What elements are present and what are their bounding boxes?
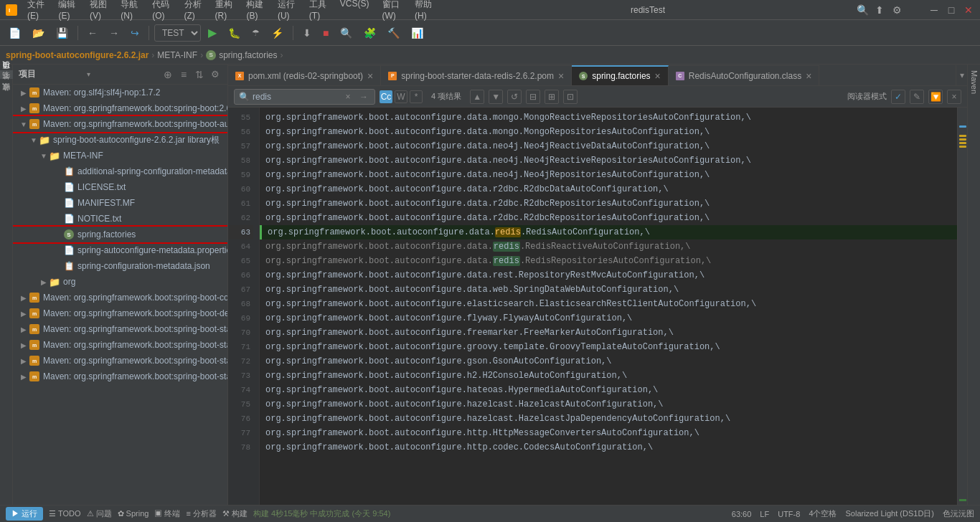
menu-code[interactable]: 代码(O) [146, 0, 176, 22]
search-input[interactable] [253, 92, 339, 102]
status-encoding[interactable]: UTF-8 [778, 510, 800, 518]
status-analysis-btn[interactable]: ≡ 分析器 [186, 508, 216, 519]
close-btn[interactable]: ✕ [963, 4, 974, 16]
menu-refactor[interactable]: 重构(R) [209, 0, 240, 22]
expand-config-processor[interactable]: ▶ [19, 293, 29, 303]
menu-run[interactable]: 运行(U) [272, 0, 302, 22]
run-btn[interactable]: ▶ [204, 24, 221, 42]
whole-word-btn[interactable]: W [395, 90, 407, 103]
sidebar-tab-favorites[interactable]: 收藏 [0, 93, 13, 102]
plugins-btn[interactable]: 🧩 [359, 24, 380, 42]
tree-item-springboot[interactable]: ▶ m Maven: org.springframework.boot:spri… [13, 100, 227, 116]
panel-dropdown-arrow[interactable]: ▾ [87, 70, 90, 78]
status-run-btn[interactable]: ▶ 运行 [6, 507, 43, 521]
search-toolbar-btn[interactable]: 🔍 [857, 4, 868, 16]
maximize-btn[interactable]: □ [946, 4, 957, 16]
search-filter-btn[interactable]: ⊟ [526, 90, 540, 104]
menu-help[interactable]: 帮助(H) [409, 0, 439, 22]
tree-item-starter-json[interactable]: ▶ m Maven: org.springframework.boot:spri… [13, 353, 227, 369]
new-file-btn[interactable]: 📄 [4, 24, 25, 42]
tree-item-meta-inf[interactable]: ▼ 📁 META-INF [13, 148, 227, 163]
menu-view[interactable]: 视图(V) [84, 0, 113, 22]
tab-redis-class[interactable]: C RedisAutoConfiguration.class × [669, 65, 820, 85]
status-theme[interactable]: Solarized Light (DS1D日) [846, 508, 935, 519]
menu-navigate[interactable]: 导航(N) [115, 0, 145, 22]
tree-item-notice[interactable]: ▶ 📄 NOTICE.txt [13, 211, 227, 227]
tree-item-autoconfigure[interactable]: ▼ m Maven: org.springframework.boot:spri… [13, 116, 227, 132]
tree-item-spring-autoconfigure-meta[interactable]: ▶ 📄 spring-autoconfigure-metadata.proper… [13, 242, 227, 258]
stop-btn[interactable]: ■ [319, 24, 333, 42]
breadcrumb-jar[interactable]: spring-boot-autoconfigure-2.6.2.jar [6, 50, 149, 60]
undo-btn[interactable]: ↪ [126, 24, 143, 42]
sdk-btn[interactable]: 📊 [407, 24, 428, 42]
expand-autoconfigure[interactable]: ▼ [19, 119, 29, 129]
expand-slf4j[interactable]: ▶ [19, 87, 29, 98]
save-all-btn[interactable]: 💾 [52, 24, 72, 42]
panel-sort-btn[interactable]: ⇅ [193, 68, 206, 81]
tree-item-additional-spring[interactable]: ▶ 📋 additional-spring-configuration-meta… [13, 163, 227, 179]
status-todo-btn[interactable]: ☰ TODO [49, 509, 80, 518]
expand-starter-logging[interactable]: ▶ [19, 371, 29, 381]
tree-item-autoconfigure-lib[interactable]: ▼ 📁 spring-boot-autoconfigure-2.6.2.jar … [13, 132, 227, 148]
tree-item-starter[interactable]: ▶ m Maven: org.springframework.boot:spri… [13, 321, 227, 337]
tab-factories[interactable]: S spring.factories × [572, 65, 669, 85]
sidebar-tab-bookmarks[interactable]: 书签 [0, 82, 13, 90]
tab-close-pom[interactable]: × [367, 71, 373, 81]
profile-btn[interactable]: ⚡ [267, 24, 288, 42]
search-filter2-btn[interactable]: 🔽 [928, 90, 943, 104]
breadcrumb-meta-inf[interactable]: META-INF [157, 50, 197, 60]
update-btn[interactable]: ⬆ [874, 4, 885, 16]
tree-item-slf4j[interactable]: ▶ m Maven: org.slf4j:slf4j-nop:1.7.2 [13, 85, 227, 100]
tab-close-redis-class[interactable]: × [806, 71, 811, 81]
vcs-update-btn[interactable]: ⬇ [298, 24, 316, 42]
search-accept-btn[interactable]: ✓ [891, 90, 905, 104]
status-problems-btn[interactable]: ⚠ 问题 [87, 508, 112, 519]
expand-meta-inf[interactable]: ▼ [39, 151, 49, 161]
tree-item-spring-config-meta[interactable]: ▶ 📋 spring-configuration-metadata.json [13, 258, 227, 274]
case-sensitive-btn[interactable]: Cc [380, 90, 392, 103]
panel-locate-btn[interactable]: ⊕ [161, 68, 174, 81]
expand-devtools[interactable]: ▶ [19, 308, 29, 318]
search-prev-match-btn[interactable]: → [357, 90, 370, 103]
menu-tools[interactable]: 工具(T) [303, 0, 333, 22]
regex-btn[interactable]: * [410, 90, 423, 103]
back-btn[interactable]: ← [83, 24, 102, 42]
tree-item-starter-logging[interactable]: ▶ m Maven: org.springframework.boot:spri… [13, 369, 227, 384]
build-project-btn[interactable]: 🔨 [383, 24, 404, 42]
search-wrap-btn[interactable]: ↺ [507, 90, 522, 104]
settings-btn[interactable]: ⚙ [891, 4, 903, 16]
tree-item-starter-data-redis[interactable]: ▶ m Maven: org.springframework.boot:spri… [13, 337, 227, 353]
expand-autoconfigure-lib[interactable]: ▼ [29, 135, 39, 145]
status-terminal-btn[interactable]: ▣ 终端 [154, 508, 180, 519]
maven-label[interactable]: Maven [969, 65, 980, 100]
tab-close-factories[interactable]: × [655, 71, 661, 81]
status-spring-btn[interactable]: ✿ Spring [118, 509, 149, 518]
status-indent[interactable]: 4个空格 [809, 508, 837, 519]
tree-item-spring-factories[interactable]: ▶ S spring.factories [13, 227, 227, 242]
tree-item-license[interactable]: ▶ 📄 LICENSE.txt [13, 179, 227, 195]
tree-item-devtools[interactable]: ▶ m Maven: org.springframework.boot:spri… [13, 305, 227, 321]
search-everywhere-btn[interactable]: 🔍 [336, 24, 357, 42]
search-options2-btn[interactable]: ⊞ [545, 90, 559, 104]
panel-collapse-btn[interactable]: ≡ [177, 68, 190, 81]
search-next-btn[interactable]: ▼ [489, 90, 503, 104]
debug-btn[interactable]: 🐛 [224, 24, 245, 42]
run-config-select[interactable]: TEST [154, 24, 201, 42]
tab-pom[interactable]: X pom.xml (redis-02-springboot) × [228, 65, 381, 85]
sidebar-tab-project[interactable]: 项目 [0, 70, 13, 79]
expand-springboot[interactable]: ▶ [19, 103, 29, 113]
search-prev-btn[interactable]: ▲ [470, 90, 484, 104]
menu-file[interactable]: 文件(E) [22, 0, 51, 22]
expand-org[interactable]: ▶ [39, 277, 49, 287]
reader-mode-btn[interactable]: 阅读器模式 [847, 91, 887, 102]
tab-close-starter-data[interactable]: × [558, 71, 564, 81]
status-cursor-pos[interactable]: 63:60 [732, 510, 752, 518]
tree-item-config-processor[interactable]: ▶ m Maven: org.springframework.boot:spri… [13, 290, 227, 305]
tab-overflow-btn[interactable]: ▾ [956, 65, 967, 85]
coverage-btn[interactable]: ☂ [248, 24, 264, 42]
breadcrumb-factories[interactable]: spring.factories [219, 50, 277, 60]
tab-starter-data[interactable]: P spring-boot-starter-data-redis-2.6.2.p… [381, 65, 572, 85]
expand-starter-json[interactable]: ▶ [19, 356, 29, 366]
menu-analyze[interactable]: 分析(Z) [179, 0, 208, 22]
menu-vcs[interactable]: VCS(S) [334, 0, 375, 22]
